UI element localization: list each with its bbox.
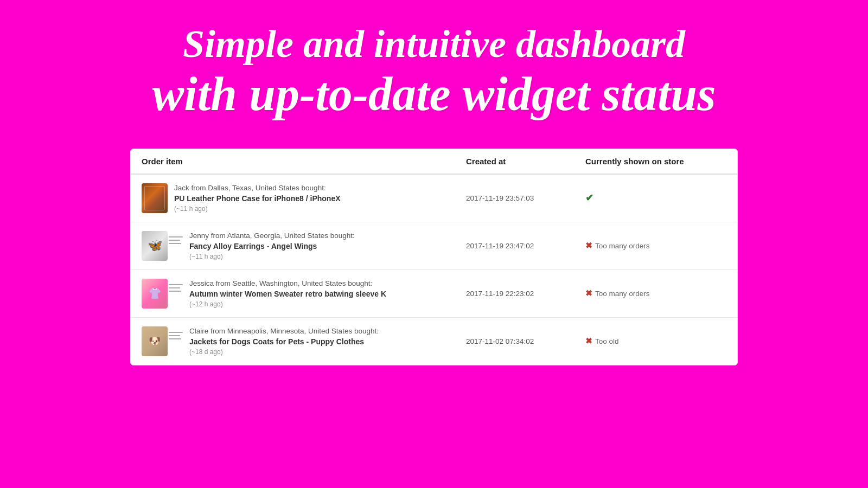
product-thumbnail: 🦋 <box>142 231 168 261</box>
col-header-order-item: Order item <box>142 157 466 166</box>
status-text: Too old <box>595 337 619 345</box>
order-item-cell: Jack from Dallas, Texas, United States b… <box>142 183 466 213</box>
order-time: (~11 h ago) <box>189 253 355 260</box>
order-time: (~11 h ago) <box>174 205 341 213</box>
product-thumbnail: 🐶 <box>142 326 168 356</box>
status-text: Too many orders <box>595 242 650 250</box>
status-cell: ✔ <box>585 192 726 204</box>
list-icon <box>169 329 183 343</box>
product-images: 👚 <box>142 279 183 309</box>
hero-line1: Simple and intuitive dashboard <box>152 22 716 67</box>
error-status: ✖ Too many orders <box>585 288 650 298</box>
error-status: ✖ Too old <box>585 336 619 346</box>
order-product-name: PU Leather Phone Case for iPhone8 / iPho… <box>174 194 341 204</box>
order-description: Jessica from Seattle, Washington, United… <box>189 279 386 289</box>
order-time: (~18 d ago) <box>189 348 379 356</box>
table-row: 👚 Jessica from Seattle, Washington, Unit… <box>131 270 737 318</box>
table-header: Order item Created at Currently shown on… <box>131 149 737 175</box>
status-text: Too many orders <box>595 290 650 298</box>
product-thumbnail <box>142 183 168 213</box>
x-icon: ✖ <box>585 288 592 298</box>
check-icon: ✔ <box>585 192 593 204</box>
order-description: Jenny from Atlanta, Georgia, United Stat… <box>189 231 355 241</box>
order-description: Jack from Dallas, Texas, United States b… <box>174 183 341 194</box>
order-product-name: Fancy Alloy Earrings - Angel Wings <box>189 241 355 252</box>
product-images <box>142 183 168 213</box>
status-cell: ✖ Too old <box>585 336 726 346</box>
product-thumbnail: 👚 <box>142 279 168 309</box>
x-icon: ✖ <box>585 241 592 251</box>
created-at: 2017-11-19 23:47:02 <box>466 242 585 250</box>
col-header-status: Currently shown on store <box>585 157 726 166</box>
created-at: 2017-11-19 23:57:03 <box>466 194 585 202</box>
order-product-name: Jackets for Dogs Coats for Pets - Puppy … <box>189 337 379 348</box>
order-text: Claire from Minneapolis, Minnesota, Unit… <box>189 326 379 356</box>
hero-line2: with up-to-date widget status <box>152 67 716 121</box>
order-text: Jenny from Atlanta, Georgia, United Stat… <box>189 231 355 260</box>
created-at: 2017-11-19 22:23:02 <box>466 290 585 298</box>
order-item-cell: 🐶 Claire from Minneapolis, Minnesota, Un… <box>142 326 466 356</box>
list-icon <box>169 233 183 247</box>
hero-section: Simple and intuitive dashboard with up-t… <box>119 0 748 138</box>
orders-table-container: Order item Created at Currently shown on… <box>130 149 738 365</box>
list-icon <box>169 281 183 295</box>
created-at: 2017-11-02 07:34:02 <box>466 337 585 345</box>
order-time: (~12 h ago) <box>189 300 386 308</box>
order-item-cell: 🦋 Jenny from Atlanta, Georgia, United St… <box>142 231 466 261</box>
status-cell: ✖ Too many orders <box>585 288 726 298</box>
order-item-cell: 👚 Jessica from Seattle, Washington, Unit… <box>142 279 466 309</box>
product-images: 🦋 <box>142 231 183 261</box>
error-status: ✖ Too many orders <box>585 241 650 251</box>
product-images: 🐶 <box>142 326 183 356</box>
col-header-created-at: Created at <box>466 157 585 166</box>
order-text: Jessica from Seattle, Washington, United… <box>189 279 386 308</box>
status-cell: ✖ Too many orders <box>585 241 726 251</box>
order-text: Jack from Dallas, Texas, United States b… <box>174 183 341 213</box>
order-product-name: Autumn winter Women Sweater retro batwin… <box>189 289 386 300</box>
table-row: 🐶 Claire from Minneapolis, Minnesota, Un… <box>131 318 737 365</box>
x-icon: ✖ <box>585 336 592 346</box>
order-description: Claire from Minneapolis, Minnesota, Unit… <box>189 326 379 337</box>
table-row: Jack from Dallas, Texas, United States b… <box>131 175 737 222</box>
table-row: 🦋 Jenny from Atlanta, Georgia, United St… <box>131 222 737 270</box>
